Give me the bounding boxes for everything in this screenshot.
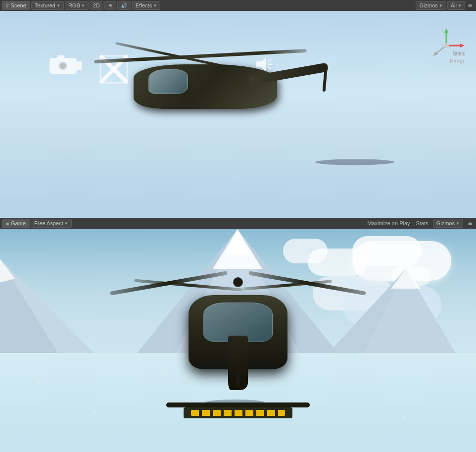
scene-tab-label: Scene [11, 2, 26, 8]
effects-label: Effects [136, 2, 152, 8]
effects-dropdown[interactable]: Effects ▼ [132, 1, 160, 10]
game-panel: ■ Game Free Aspect ▼ Maximize on Play St… [0, 218, 476, 452]
sun-button[interactable]: ☀ [104, 1, 116, 10]
svg-marker-28 [391, 269, 421, 289]
gizmos-dropdown-arrow: ▼ [439, 3, 443, 8]
game-helicopter [159, 266, 317, 425]
game-gizmos-label: Gizmos [436, 220, 455, 226]
stats-button[interactable]: Stats [415, 220, 430, 227]
game-tab[interactable]: ■ Game [2, 219, 30, 228]
all-dropdown-arrow: ▼ [458, 3, 462, 8]
game-viewport[interactable] [0, 229, 476, 452]
gizmos-label: Gizmos [419, 2, 437, 8]
svg-line-11 [268, 67, 271, 69]
rotor-hub [233, 277, 243, 287]
game-tab-icon: ■ [6, 221, 9, 226]
game-tab-label: Game [11, 220, 26, 226]
svg-point-3 [60, 63, 66, 69]
scene-panel: # Scene Textured ▼ RGB ▼ 2D ☀ 🔊 Effects … [0, 0, 476, 218]
svg-rect-1 [77, 61, 82, 70]
audio-button[interactable]: 🔊 [117, 1, 131, 10]
audio-scene-icon [252, 54, 272, 76]
skid-bar [176, 402, 300, 407]
game-options-button[interactable]: ≡ [466, 219, 474, 227]
svg-line-9 [268, 59, 271, 61]
scene-toolbar: # Scene Textured ▼ RGB ▼ 2D ☀ 🔊 Effects … [0, 0, 476, 11]
textured-dropdown[interactable]: Textured ▼ [31, 1, 64, 10]
scene-tab[interactable]: # Scene [2, 1, 30, 10]
game-gizmos-arrow: ▼ [456, 221, 460, 226]
scene-tab-icon: # [6, 3, 9, 8]
svg-marker-13 [444, 28, 448, 33]
sensor-turret [236, 363, 240, 388]
gizmo-persp-label: Persp [450, 58, 464, 64]
scene-helicopter [109, 41, 327, 130]
svg-marker-15 [460, 44, 465, 48]
free-aspect-dropdown[interactable]: Free Aspect ▼ [31, 219, 72, 228]
sun-icon: ☀ [108, 2, 113, 9]
all-label: All [451, 2, 457, 8]
textured-dropdown-arrow: ▼ [56, 3, 60, 8]
svg-rect-4 [57, 55, 64, 59]
scene-viewport[interactable]: Persp Static [0, 11, 476, 218]
twod-label: 2D [93, 2, 100, 8]
twod-button[interactable]: 2D [90, 1, 103, 10]
game-toolbar-right: Maximize on Play Stats Gizmos ▼ ≡ [366, 219, 474, 228]
gizmo-static-label: Static [453, 51, 465, 56]
scene-options-button[interactable]: ≡ [466, 1, 474, 9]
rgb-dropdown[interactable]: RGB ▼ [65, 1, 89, 10]
gizmo-widget[interactable]: Persp Static [427, 26, 466, 65]
audio-icon: 🔊 [121, 2, 128, 9]
free-aspect-arrow: ▼ [64, 221, 68, 226]
rgb-label: RGB [68, 2, 80, 8]
free-aspect-label: Free Aspect [34, 220, 63, 226]
textured-label: Textured [35, 2, 55, 8]
game-toolbar: ■ Game Free Aspect ▼ Maximize on Play St… [0, 218, 476, 229]
maximize-on-play-button[interactable]: Maximize on Play [366, 220, 411, 227]
rgb-dropdown-arrow: ▼ [81, 3, 85, 8]
gizmos-dropdown[interactable]: Gizmos ▼ [416, 1, 446, 10]
effects-dropdown-arrow: ▼ [153, 3, 157, 8]
all-dropdown[interactable]: All ▼ [447, 1, 465, 10]
svg-point-18 [444, 43, 449, 48]
game-gizmos-dropdown[interactable]: Gizmos ▼ [433, 219, 463, 228]
camera-icon [49, 50, 79, 73]
svg-marker-8 [256, 57, 266, 71]
